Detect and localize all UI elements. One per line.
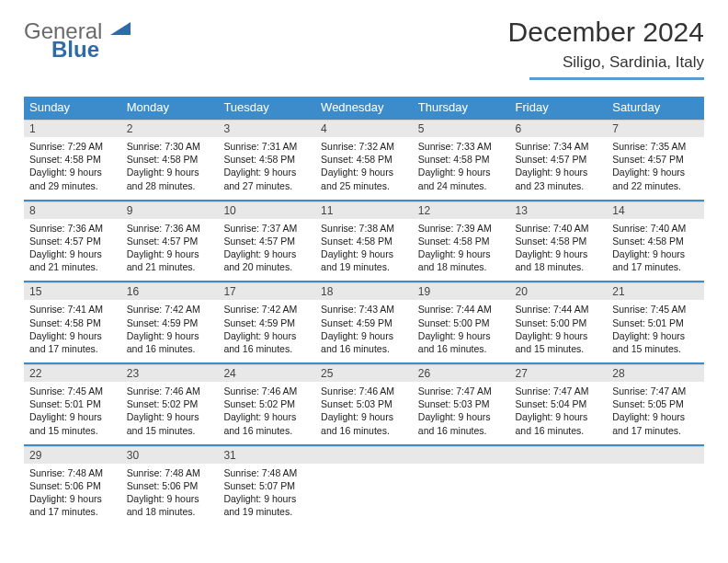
daylight-line: Daylight: 9 hours bbox=[321, 410, 407, 423]
sunset-line: Sunset: 5:03 PM bbox=[321, 397, 407, 410]
day-body: Sunrise: 7:33 AMSunset: 4:58 PMDaylight:… bbox=[413, 137, 510, 200]
sunrise-line: Sunrise: 7:47 AM bbox=[516, 385, 602, 397]
day-number: 3 bbox=[218, 120, 315, 137]
day-number: 18 bbox=[315, 282, 413, 300]
day-body: Sunrise: 7:42 AMSunset: 4:59 PMDaylight:… bbox=[121, 300, 219, 362]
sunset-line: Sunset: 4:59 PM bbox=[127, 316, 213, 329]
day-header: Tuesday bbox=[218, 97, 315, 119]
day-body-empty bbox=[413, 464, 510, 515]
sunset-line: Sunset: 5:06 PM bbox=[29, 479, 116, 492]
daylight-line: and 16 minutes. bbox=[321, 342, 407, 355]
calendar-week-row: 15Sunrise: 7:41 AMSunset: 4:58 PMDayligh… bbox=[24, 282, 704, 363]
sunset-line: Sunset: 4:57 PM bbox=[223, 235, 310, 247]
calendar-day-cell: 5Sunrise: 7:33 AMSunset: 4:58 PMDaylight… bbox=[413, 119, 510, 201]
daylight-line: and 22 minutes. bbox=[612, 179, 699, 192]
daylight-line: and 16 minutes. bbox=[418, 342, 505, 355]
day-body: Sunrise: 7:45 AMSunset: 5:01 PMDaylight:… bbox=[607, 300, 704, 362]
day-number: 5 bbox=[413, 120, 510, 137]
calendar-week-row: 8Sunrise: 7:36 AMSunset: 4:57 PMDaylight… bbox=[24, 201, 704, 282]
sunrise-line: Sunrise: 7:29 AM bbox=[29, 140, 116, 153]
sunrise-line: Sunrise: 7:31 AM bbox=[223, 140, 310, 153]
day-number-empty bbox=[315, 446, 413, 464]
day-number: 8 bbox=[24, 201, 121, 219]
sunrise-line: Sunrise: 7:40 AM bbox=[612, 222, 699, 235]
sunrise-line: Sunrise: 7:33 AM bbox=[418, 140, 505, 153]
sunrise-line: Sunrise: 7:37 AM bbox=[223, 222, 310, 235]
day-body: Sunrise: 7:46 AMSunset: 5:02 PMDaylight:… bbox=[218, 382, 315, 444]
daylight-line: Daylight: 9 hours bbox=[29, 492, 116, 505]
calendar-day-cell bbox=[510, 445, 608, 526]
daylight-line: and 29 minutes. bbox=[29, 179, 116, 192]
daylight-line: and 18 minutes. bbox=[127, 505, 213, 518]
daylight-line: Daylight: 9 hours bbox=[321, 329, 407, 342]
sunrise-line: Sunrise: 7:34 AM bbox=[516, 140, 602, 153]
day-number: 28 bbox=[607, 364, 704, 382]
daylight-line: and 17 minutes. bbox=[29, 342, 116, 355]
brand-logo: General Blue bbox=[24, 17, 153, 64]
day-header: Sunday bbox=[24, 97, 121, 119]
daylight-line: Daylight: 9 hours bbox=[223, 329, 310, 342]
calendar-day-cell: 16Sunrise: 7:42 AMSunset: 4:59 PMDayligh… bbox=[121, 282, 219, 363]
calendar-day-cell: 2Sunrise: 7:30 AMSunset: 4:58 PMDaylight… bbox=[121, 119, 219, 201]
calendar-day-cell: 23Sunrise: 7:46 AMSunset: 5:02 PMDayligh… bbox=[121, 363, 219, 445]
daylight-line: and 21 minutes. bbox=[127, 260, 213, 273]
calendar-day-cell: 25Sunrise: 7:46 AMSunset: 5:03 PMDayligh… bbox=[315, 363, 413, 445]
sunset-line: Sunset: 4:58 PM bbox=[223, 153, 310, 166]
sunrise-line: Sunrise: 7:48 AM bbox=[127, 466, 213, 479]
sunset-line: Sunset: 5:07 PM bbox=[223, 479, 310, 492]
daylight-line: and 16 minutes. bbox=[223, 342, 310, 355]
day-number-empty bbox=[413, 446, 510, 464]
day-number: 19 bbox=[413, 282, 510, 300]
calendar-week-row: 22Sunrise: 7:45 AMSunset: 5:01 PMDayligh… bbox=[24, 363, 704, 445]
day-body: Sunrise: 7:47 AMSunset: 5:05 PMDaylight:… bbox=[607, 382, 704, 444]
daylight-line: and 16 minutes. bbox=[418, 424, 505, 437]
calendar-day-cell: 12Sunrise: 7:39 AMSunset: 4:58 PMDayligh… bbox=[413, 201, 510, 282]
daylight-line: Daylight: 9 hours bbox=[127, 247, 213, 260]
daylight-line: Daylight: 9 hours bbox=[612, 329, 699, 342]
header: General Blue December 2024 Siligo, Sardi… bbox=[24, 17, 704, 80]
day-body: Sunrise: 7:46 AMSunset: 5:02 PMDaylight:… bbox=[121, 382, 219, 444]
day-body: Sunrise: 7:46 AMSunset: 5:03 PMDaylight:… bbox=[315, 382, 413, 444]
day-body: Sunrise: 7:44 AMSunset: 5:00 PMDaylight:… bbox=[510, 300, 608, 362]
sunrise-line: Sunrise: 7:43 AM bbox=[321, 303, 407, 316]
daylight-line: and 16 minutes. bbox=[516, 424, 602, 437]
calendar-week-row: 1Sunrise: 7:29 AMSunset: 4:58 PMDaylight… bbox=[24, 119, 704, 201]
daylight-line: Daylight: 9 hours bbox=[127, 492, 213, 505]
daylight-line: Daylight: 9 hours bbox=[516, 410, 602, 423]
brand-line2: Blue bbox=[51, 37, 99, 63]
day-number: 20 bbox=[510, 282, 608, 300]
day-body: Sunrise: 7:34 AMSunset: 4:57 PMDaylight:… bbox=[510, 137, 608, 200]
calendar-day-cell: 20Sunrise: 7:44 AMSunset: 5:00 PMDayligh… bbox=[510, 282, 608, 363]
sunset-line: Sunset: 4:58 PM bbox=[29, 153, 116, 166]
location-subtitle: Siligo, Sardinia, Italy bbox=[529, 53, 704, 80]
sunset-line: Sunset: 4:58 PM bbox=[612, 235, 699, 247]
day-number: 27 bbox=[510, 364, 608, 382]
day-body: Sunrise: 7:48 AMSunset: 5:06 PMDaylight:… bbox=[121, 464, 219, 526]
sunset-line: Sunset: 5:00 PM bbox=[516, 316, 602, 329]
day-number: 16 bbox=[121, 282, 219, 300]
day-body-empty bbox=[315, 464, 413, 515]
calendar-day-cell bbox=[607, 445, 704, 526]
sunrise-line: Sunrise: 7:35 AM bbox=[612, 140, 699, 153]
day-number: 4 bbox=[315, 120, 413, 137]
day-number: 26 bbox=[413, 364, 510, 382]
sunset-line: Sunset: 4:58 PM bbox=[321, 153, 407, 166]
sunset-line: Sunset: 5:02 PM bbox=[127, 397, 213, 410]
day-number: 29 bbox=[24, 446, 121, 464]
sunset-line: Sunset: 4:57 PM bbox=[29, 235, 116, 247]
day-number-empty bbox=[607, 446, 704, 464]
day-number: 22 bbox=[24, 364, 121, 382]
sunset-line: Sunset: 5:04 PM bbox=[516, 397, 602, 410]
calendar-day-cell: 8Sunrise: 7:36 AMSunset: 4:57 PMDaylight… bbox=[24, 201, 121, 282]
daylight-line: and 16 minutes. bbox=[127, 342, 213, 355]
calendar-day-cell: 29Sunrise: 7:48 AMSunset: 5:06 PMDayligh… bbox=[24, 445, 121, 526]
sunrise-line: Sunrise: 7:42 AM bbox=[223, 303, 310, 316]
daylight-line: and 21 minutes. bbox=[29, 260, 116, 273]
sunrise-line: Sunrise: 7:47 AM bbox=[418, 385, 505, 397]
day-number-empty bbox=[510, 446, 608, 464]
day-number: 2 bbox=[121, 120, 219, 137]
daylight-line: Daylight: 9 hours bbox=[418, 329, 505, 342]
day-number: 12 bbox=[413, 201, 510, 219]
sunset-line: Sunset: 4:58 PM bbox=[127, 153, 213, 166]
daylight-line: and 16 minutes. bbox=[321, 424, 407, 437]
